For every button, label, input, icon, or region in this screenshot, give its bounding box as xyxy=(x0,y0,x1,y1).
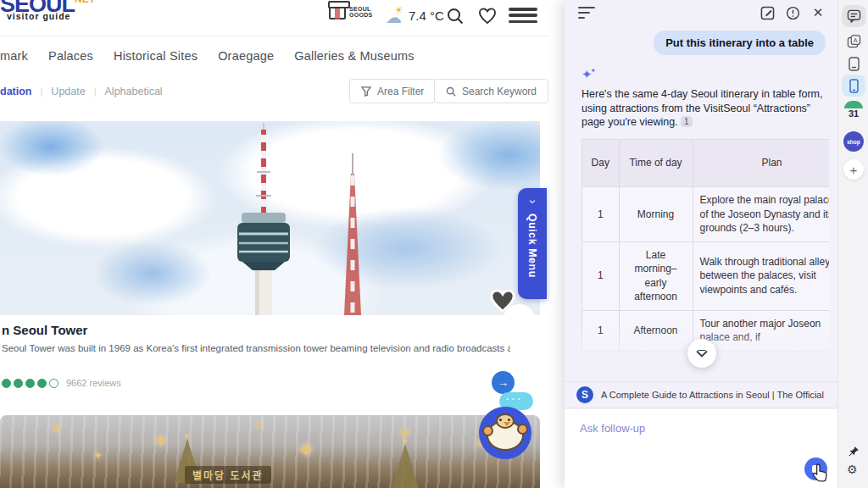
conversation-list-icon[interactable] xyxy=(578,7,597,22)
area-filter-label: Area Filter xyxy=(377,86,424,97)
itinerary-table-container[interactable]: DayTime of dayPlanMain stop (from “Attra… xyxy=(581,139,829,373)
star-decoration xyxy=(254,419,264,432)
nav-item[interactable]: Galleries & Museums xyxy=(294,49,415,63)
quick-menu-label: Quick Menu xyxy=(526,214,538,278)
followup-placeholder: Ask follow-up xyxy=(580,422,645,435)
followup-input-area[interactable]: Ask follow-up xyxy=(565,409,837,488)
mouse-cursor xyxy=(812,463,829,482)
christmas-tree xyxy=(392,444,419,488)
rating-dot xyxy=(14,379,23,388)
source-title: A Complete Guide to Attractions in Seoul… xyxy=(601,390,826,400)
nav-item[interactable]: Historical Sites xyxy=(114,49,198,63)
compose-window-icon: A xyxy=(847,35,861,48)
seoul-goods-label: SEOUL GOODS xyxy=(349,6,373,19)
visitseoul-page: SEOULNET visitor guide SEOUL GOODS ☀☁ 7.… xyxy=(0,0,549,488)
table-cell: Explore the main royal palace of the Jos… xyxy=(693,187,829,242)
tower-illustration xyxy=(0,121,540,315)
logo-suffix: NET xyxy=(75,0,95,5)
pin-icon xyxy=(848,446,860,458)
area-filter-button[interactable]: Area Filter xyxy=(349,79,436,103)
user-message-bubble: Put this itinerary into a table xyxy=(654,30,826,55)
rating-dot xyxy=(49,379,58,388)
source-citation-row[interactable]: S A Complete Guide to Attractions in Seo… xyxy=(565,381,837,408)
subnav-separator: | xyxy=(41,86,43,97)
scroll-down-button[interactable] xyxy=(687,339,716,368)
mascot-widget[interactable] xyxy=(477,390,545,466)
mascot-avatar xyxy=(479,407,531,459)
category-nav: markPalacesHistorical SitesOraegageGalle… xyxy=(0,49,549,63)
quick-menu-tab[interactable]: › Quick Menu xyxy=(518,188,547,299)
chevron-right-icon: › xyxy=(527,200,537,204)
rating-dot xyxy=(37,379,47,388)
rail-pin-sidebar-button[interactable] xyxy=(842,441,865,463)
new-chat-icon[interactable] xyxy=(758,3,776,22)
svg-text:A: A xyxy=(853,37,857,43)
search-keyword-button[interactable]: Search Keyword xyxy=(434,79,548,103)
weather-widget[interactable]: ☀☁ 7.4 °C xyxy=(386,6,444,25)
table-row: 1Late morning– early afternoonWalk throu… xyxy=(582,241,830,310)
copilot-sparkle-icon: ✦ xyxy=(581,67,598,82)
search-icon xyxy=(446,86,456,97)
attraction-card: n Seoul Tower Seoul Tower was built in 1… xyxy=(0,315,540,403)
table-header: Day xyxy=(582,140,620,187)
star-decoration xyxy=(93,449,103,462)
nav-item[interactable]: Palaces xyxy=(48,49,93,63)
n-seoul-tower-photo xyxy=(0,121,540,315)
rating-row: 9662 reviews xyxy=(2,378,121,388)
shop-label: shop xyxy=(847,139,860,145)
rail-document-button[interactable] xyxy=(842,53,865,75)
nav-item[interactable]: Oraegage xyxy=(218,49,274,63)
rail-settings-gear-icon[interactable]: ⚙ xyxy=(847,463,858,476)
search-keyword-label: Search Keyword xyxy=(462,86,537,97)
table-cell: Walk through traditional alleys between … xyxy=(693,241,829,310)
close-icon[interactable]: ✕ xyxy=(809,3,827,22)
rating-dot xyxy=(25,379,35,388)
site-header: SEOULNET visitor guide SEOUL GOODS ☀☁ 7.… xyxy=(0,0,549,36)
rating-dot xyxy=(2,379,11,388)
sidebar-topbar: ✕ xyxy=(565,0,837,25)
star-decoration xyxy=(297,437,315,463)
rail-compose-button[interactable]: A xyxy=(842,30,865,53)
phone-icon xyxy=(849,79,859,93)
favorites-heart-icon[interactable] xyxy=(476,5,498,27)
attraction-description: Seoul Tower was built in 1969 as Korea's… xyxy=(2,343,510,353)
library-photo: 별마당 도서관 xyxy=(0,415,540,488)
review-count: 9662 reviews xyxy=(66,378,121,388)
logo-tagline: visitor guide xyxy=(7,11,70,21)
star-decoration xyxy=(153,430,168,452)
table-cell: 1 xyxy=(582,310,620,351)
rail-shopping-button[interactable]: shop xyxy=(843,131,864,152)
subnav-separator: | xyxy=(94,86,97,97)
table-cell: Late morning– early afternoon xyxy=(619,241,693,310)
table-cell: Afternoon xyxy=(619,310,693,351)
rail-add-button[interactable]: + xyxy=(843,159,864,180)
library-sign-text: 별마당 도서관 xyxy=(185,466,271,484)
rail-copilot-chat-button[interactable] xyxy=(842,5,865,27)
table-cell: Morning xyxy=(619,187,693,242)
table-row: 1MorningExplore the main royal palace of… xyxy=(582,187,830,242)
rail-phone-link-button[interactable] xyxy=(842,75,865,97)
copilot-sidebar: ✕ Put this itinerary into a table ✦ Here… xyxy=(565,0,837,488)
partly-cloudy-icon: ☀☁ xyxy=(386,6,406,25)
info-icon[interactable] xyxy=(783,3,802,22)
calendar-arc xyxy=(844,101,863,108)
hamburger-menu-icon[interactable] xyxy=(509,8,537,23)
rail-calendar-button[interactable]: 31 xyxy=(844,101,863,119)
answer-text: Here's the same 4-day Seoul itinerary in… xyxy=(581,88,822,128)
seoul-goods-button[interactable]: SEOUL GOODS xyxy=(329,4,373,19)
citation-badge[interactable]: 1 xyxy=(681,116,693,127)
arrow-right-icon: → xyxy=(498,376,509,389)
search-icon[interactable] xyxy=(444,5,466,27)
subnav-item[interactable]: dation xyxy=(0,86,32,97)
star-decoration xyxy=(51,420,62,436)
table-cell: 1 xyxy=(582,241,620,310)
chevron-down-icon xyxy=(696,350,708,358)
funnel-icon xyxy=(361,86,371,97)
subnav-item[interactable]: Update xyxy=(51,86,85,97)
assistant-answer: Here's the same 4-day Seoul itinerary in… xyxy=(581,87,831,130)
gift-icon xyxy=(329,4,346,19)
subnav-item[interactable]: Alphabetical xyxy=(105,86,163,97)
table-header: Plan xyxy=(693,140,829,187)
nav-item[interactable]: mark xyxy=(0,49,28,63)
attraction-title: n Seoul Tower xyxy=(2,323,87,337)
